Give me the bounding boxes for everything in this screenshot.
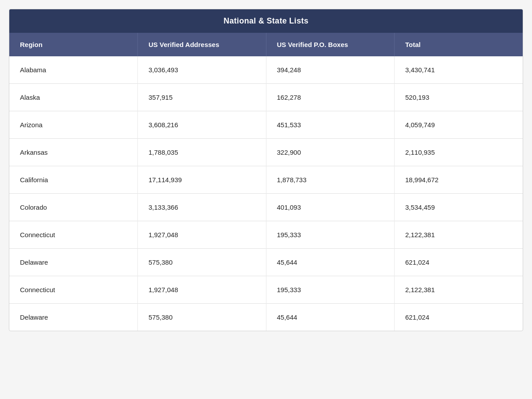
cell-poboxes: 195,333 xyxy=(266,221,395,249)
cell-total: 2,122,381 xyxy=(395,276,523,304)
cell-total: 4,059,749 xyxy=(395,111,523,139)
cell-total: 621,024 xyxy=(395,304,523,331)
cell-region: Connecticut xyxy=(9,276,138,304)
cell-poboxes: 45,644 xyxy=(266,249,395,276)
cell-total: 2,122,381 xyxy=(395,221,523,249)
cell-total: 18,994,672 xyxy=(395,166,523,194)
cell-total: 520,193 xyxy=(395,84,523,111)
header-region: Region xyxy=(9,33,138,56)
table-row: Connecticut1,927,048195,3332,122,381 xyxy=(9,276,523,304)
cell-poboxes: 394,248 xyxy=(266,56,395,84)
cell-region: Colorado xyxy=(9,194,138,221)
data-table: Region US Verified Addresses US Verified… xyxy=(9,33,523,331)
table-header-row: Region US Verified Addresses US Verified… xyxy=(9,33,523,56)
cell-addresses: 1,788,035 xyxy=(138,139,266,166)
cell-region: Delaware xyxy=(9,304,138,331)
cell-total: 3,430,741 xyxy=(395,56,523,84)
cell-poboxes: 162,278 xyxy=(266,84,395,111)
table-row: California17,114,9391,878,73318,994,672 xyxy=(9,166,523,194)
cell-total: 621,024 xyxy=(395,249,523,276)
cell-region: Delaware xyxy=(9,249,138,276)
cell-addresses: 3,133,366 xyxy=(138,194,266,221)
cell-addresses: 575,380 xyxy=(138,249,266,276)
cell-total: 3,534,459 xyxy=(395,194,523,221)
cell-addresses: 357,915 xyxy=(138,84,266,111)
cell-region: Arkansas xyxy=(9,139,138,166)
table-row: Delaware575,38045,644621,024 xyxy=(9,304,523,331)
cell-poboxes: 1,878,733 xyxy=(266,166,395,194)
table-row: Alabama3,036,493394,2483,430,741 xyxy=(9,56,523,84)
cell-poboxes: 45,644 xyxy=(266,304,395,331)
table-title: National & State Lists xyxy=(9,9,523,33)
header-total: Total xyxy=(395,33,523,56)
table-row: Colorado3,133,366401,0933,534,459 xyxy=(9,194,523,221)
cell-addresses: 1,927,048 xyxy=(138,276,266,304)
cell-addresses: 3,608,216 xyxy=(138,111,266,139)
cell-region: Arizona xyxy=(9,111,138,139)
cell-region: Alabama xyxy=(9,56,138,84)
national-state-lists-table: National & State Lists Region US Verifie… xyxy=(9,9,523,331)
header-addresses: US Verified Addresses xyxy=(138,33,266,56)
cell-poboxes: 401,093 xyxy=(266,194,395,221)
header-poboxes: US Verified P.O. Boxes xyxy=(266,33,395,56)
table-body: Alabama3,036,493394,2483,430,741Alaska35… xyxy=(9,56,523,331)
cell-region: Alaska xyxy=(9,84,138,111)
cell-total: 2,110,935 xyxy=(395,139,523,166)
cell-poboxes: 451,533 xyxy=(266,111,395,139)
cell-addresses: 17,114,939 xyxy=(138,166,266,194)
cell-addresses: 575,380 xyxy=(138,304,266,331)
table-row: Arizona3,608,216451,5334,059,749 xyxy=(9,111,523,139)
cell-addresses: 3,036,493 xyxy=(138,56,266,84)
table-row: Connecticut1,927,048195,3332,122,381 xyxy=(9,221,523,249)
cell-region: Connecticut xyxy=(9,221,138,249)
table-row: Delaware575,38045,644621,024 xyxy=(9,249,523,276)
cell-addresses: 1,927,048 xyxy=(138,221,266,249)
cell-poboxes: 322,900 xyxy=(266,139,395,166)
cell-region: California xyxy=(9,166,138,194)
table-row: Arkansas1,788,035322,9002,110,935 xyxy=(9,139,523,166)
table-row: Alaska357,915162,278520,193 xyxy=(9,84,523,111)
cell-poboxes: 195,333 xyxy=(266,276,395,304)
